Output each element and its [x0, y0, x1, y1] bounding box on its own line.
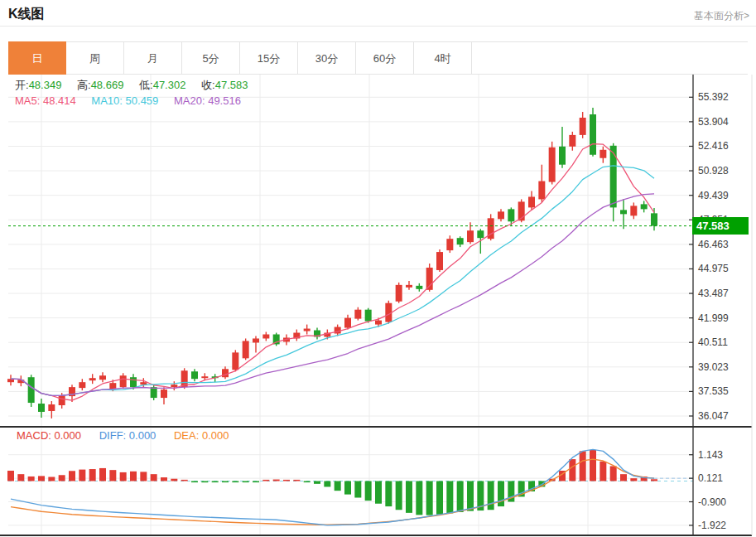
macd-legend: MACD: 0.000 DIFF: 0.000 DEA: 0.000 [17, 429, 244, 442]
ma10-value: 50.459 [126, 94, 159, 107]
y-axis-label: 36.047 [698, 410, 749, 422]
y-axis-label: 41.999 [698, 312, 749, 324]
macd-value: 0.000 [55, 429, 82, 442]
y-axis-label: -1.922 [698, 520, 749, 531]
ohlc-legend: 开:48.349 高:48.669 低:47.302 收:47.583 MA5:… [15, 77, 260, 109]
y-axis-label: 37.535 [698, 385, 749, 397]
macd-label: MACD: [17, 429, 51, 442]
diff-label: DIFF: [99, 429, 127, 442]
y-axis-label: 52.416 [698, 140, 749, 152]
y-axis-label: -0.900 [698, 496, 749, 508]
y-axis-label: 1.143 [698, 449, 749, 461]
y-axis-label: 49.439 [698, 190, 749, 201]
chart-area: 开:48.349 高:48.669 低:47.302 收:47.583 MA5:… [0, 0, 756, 537]
open-label: 开: [15, 79, 29, 91]
ma20-value: 49.516 [208, 94, 241, 107]
ma10-label: MA10: [91, 94, 123, 107]
current-price-tag: 47.583 [692, 217, 749, 235]
y-axis-label: 39.023 [698, 361, 749, 373]
kline-page: K线图 基本面分析> 日周月5分15分30分60分4时 开:48.349 高:4… [0, 0, 756, 537]
y-axis-label: 55.392 [698, 91, 749, 103]
ma20-label: MA20: [174, 94, 205, 107]
dea-label: DEA: [174, 429, 199, 442]
low-label: 低: [139, 79, 153, 91]
high-label: 高: [77, 79, 91, 91]
close-value: 47.583 [215, 79, 248, 91]
low-value: 47.302 [153, 79, 186, 91]
ma5-value: 48.414 [43, 94, 76, 107]
y-axis-label: 44.975 [698, 263, 749, 274]
y-axis-label: 0.121 [698, 472, 749, 484]
y-axis-label: 40.511 [698, 336, 749, 348]
dea-value: 0.000 [202, 429, 229, 442]
y-axis-label: 50.928 [698, 165, 749, 177]
open-value: 48.349 [29, 79, 62, 91]
y-axis-label: 46.463 [698, 239, 749, 250]
close-label: 收: [201, 79, 215, 91]
y-axis-label: 43.487 [698, 288, 749, 299]
y-axis-label: 53.904 [698, 116, 749, 128]
high-value: 48.669 [91, 79, 124, 91]
diff-value: 0.000 [129, 429, 156, 442]
ma5-label: MA5: [15, 94, 40, 107]
